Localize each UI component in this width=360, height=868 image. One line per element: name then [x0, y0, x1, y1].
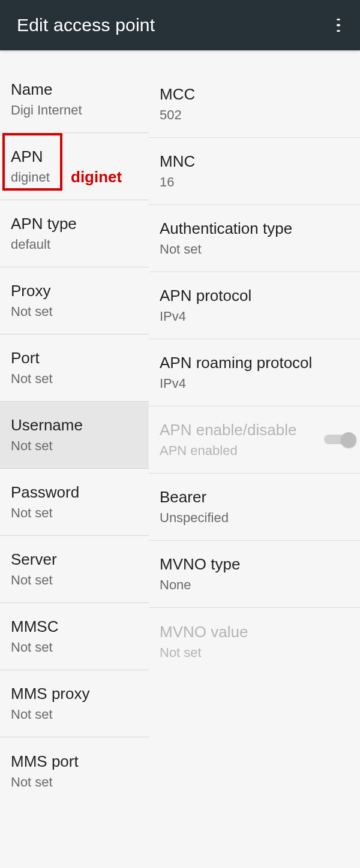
setting-apn[interactable]: APN diginet	[0, 133, 149, 200]
setting-proxy[interactable]: Proxy Not set	[0, 267, 149, 334]
setting-mms-port[interactable]: MMS port Not set	[0, 737, 149, 804]
app-bar: Edit access point	[0, 0, 360, 50]
setting-value: Not set	[11, 371, 138, 387]
setting-label: Username	[11, 416, 138, 435]
setting-label: APN protocol	[160, 287, 349, 305]
setting-value: APN enabled	[160, 443, 318, 459]
setting-value: 16	[160, 174, 349, 190]
setting-value: diginet	[11, 170, 138, 185]
apn-enable-toggle[interactable]	[324, 432, 356, 448]
setting-value: Not set	[11, 640, 138, 655]
setting-mvno-value: MVNO value Not set	[149, 608, 360, 675]
setting-label: Bearer	[160, 488, 349, 507]
setting-mvno-type[interactable]: MVNO type None	[149, 541, 360, 608]
setting-value: IPv4	[160, 309, 349, 324]
setting-port[interactable]: Port Not set	[0, 334, 149, 402]
setting-username[interactable]: Username Not set	[0, 402, 149, 469]
setting-value: default	[11, 237, 138, 252]
setting-label: APN type	[11, 215, 138, 233]
setting-label: APN roaming protocol	[160, 354, 349, 372]
setting-mmsc[interactable]: MMSC Not set	[0, 603, 149, 670]
page-title: Edit access point	[17, 15, 155, 35]
setting-apn-roaming-protocol[interactable]: APN roaming protocol IPv4	[149, 339, 360, 406]
setting-password[interactable]: Password Not set	[0, 469, 149, 536]
setting-value: Not set	[160, 242, 349, 257]
setting-value: 502	[160, 107, 349, 123]
setting-label: MMSC	[11, 617, 138, 636]
setting-label: MVNO type	[160, 555, 349, 574]
setting-mms-proxy[interactable]: MMS proxy Not set	[0, 670, 149, 737]
setting-apn-type[interactable]: APN type default	[0, 200, 149, 267]
setting-label: Password	[11, 483, 138, 502]
setting-label: Port	[11, 349, 138, 367]
setting-name[interactable]: Name Digi Internet	[0, 66, 149, 133]
setting-bearer[interactable]: Bearer Unspecified	[149, 474, 360, 541]
setting-label: Proxy	[11, 282, 138, 300]
setting-label: APN	[11, 147, 138, 166]
setting-label: MNC	[160, 152, 349, 171]
setting-value: Not set	[11, 774, 138, 790]
setting-label: MMS proxy	[11, 685, 138, 703]
setting-label: MCC	[160, 85, 349, 104]
setting-value: Unspecified	[160, 510, 349, 526]
setting-value: None	[160, 577, 349, 593]
setting-apn-protocol[interactable]: APN protocol IPv4	[149, 272, 360, 339]
setting-value: Not set	[160, 645, 349, 661]
setting-label: APN enable/disable	[160, 421, 318, 439]
setting-mnc[interactable]: MNC 16	[149, 138, 360, 205]
more-options-icon[interactable]	[330, 17, 347, 34]
setting-value: Not set	[11, 438, 138, 454]
setting-mcc[interactable]: MCC 502	[149, 71, 360, 138]
setting-label: Authentication type	[160, 219, 349, 238]
setting-apn-enable-disable: APN enable/disable APN enabled	[149, 406, 360, 474]
setting-label: MMS port	[11, 752, 138, 771]
setting-server[interactable]: Server Not set	[0, 536, 149, 603]
setting-value: Not set	[11, 304, 138, 320]
setting-value: IPv4	[160, 376, 349, 391]
setting-label: Server	[11, 550, 138, 569]
setting-authentication-type[interactable]: Authentication type Not set	[149, 205, 360, 272]
settings-columns: Name Digi Internet APN diginet APN type …	[0, 50, 360, 804]
setting-value: Not set	[11, 707, 138, 722]
setting-value: Not set	[11, 505, 138, 521]
setting-label: MVNO value	[160, 623, 349, 641]
right-column: MCC 502 MNC 16 Authentication type Not s…	[149, 50, 360, 804]
setting-value: Not set	[11, 572, 138, 588]
setting-value: Digi Internet	[11, 103, 138, 118]
setting-label: Name	[11, 80, 138, 99]
left-column: Name Digi Internet APN diginet APN type …	[0, 50, 149, 804]
